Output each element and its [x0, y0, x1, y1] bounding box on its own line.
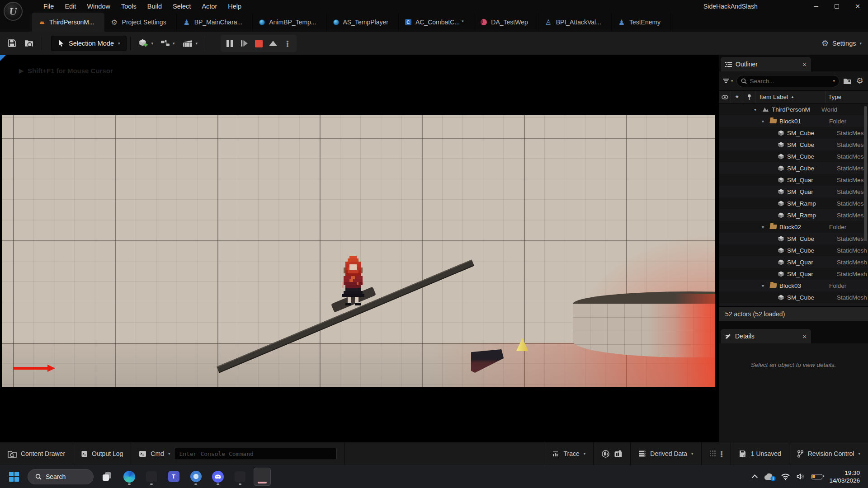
asset-tab[interactable]: AC_CombatC... * [399, 13, 474, 32]
active-window-button[interactable] [254, 468, 271, 486]
cinematics-button[interactable]: ▾ [179, 35, 202, 52]
menu-item[interactable]: Actor [196, 0, 222, 12]
outliner-row[interactable]: ▾ SM_Quar StaticMesh [719, 186, 868, 197]
pinned-app-button[interactable] [143, 468, 160, 486]
details-tab[interactable]: Details × [721, 329, 811, 343]
asset-tab[interactable]: TestEnemy [612, 13, 671, 32]
frame-skip-button[interactable] [238, 37, 250, 50]
browse-content-button[interactable] [20, 35, 38, 52]
filter-button[interactable]: ▾ [722, 78, 733, 84]
pin-column-header[interactable] [743, 91, 755, 103]
outliner-row[interactable]: ▾ SM_Quar StaticMesh [719, 174, 868, 186]
search-input[interactable] [750, 78, 830, 84]
outliner-row[interactable]: ▾ SM_Cube StaticMesh [719, 127, 868, 139]
visibility-column-header[interactable] [719, 91, 731, 103]
derived-data-dropdown[interactable]: Derived Data ▾ [630, 442, 701, 465]
menu-item[interactable]: Build [142, 0, 167, 12]
outliner-row[interactable]: ▾ Block02 Folder [719, 221, 868, 233]
wifi-icon [781, 474, 790, 480]
menu-item[interactable]: Select [167, 0, 196, 12]
session-record-icon[interactable] [601, 450, 610, 458]
console-command-input[interactable] [174, 448, 337, 460]
discord-button[interactable] [209, 468, 226, 486]
menu-item[interactable]: Edit [59, 0, 81, 12]
outliner-row[interactable]: ▾ Block01 Folder [719, 115, 868, 127]
maximize-button[interactable] [826, 0, 847, 13]
asset-tab[interactable]: BP_MainChara... [177, 13, 253, 32]
asset-tab[interactable]: BPI_AttackVal... [538, 13, 612, 32]
outliner-row[interactable]: ▾ SM_Cube StaticMesh [719, 139, 868, 150]
taskbar-clock[interactable]: 19:30 14/03/2026 [829, 469, 860, 484]
outliner-row[interactable]: ▾ Block03 Folder [719, 280, 868, 291]
save-button[interactable] [4, 35, 20, 52]
outliner-row[interactable]: ▾ SM_Cube StaticMesh [719, 233, 868, 244]
asset-tab[interactable]: Project Settings [104, 13, 177, 32]
task-view-button[interactable] [99, 468, 116, 486]
outliner-row[interactable]: ▾ SM_Cube StaticMesh [719, 291, 868, 303]
search-options-chevron-icon[interactable]: ▾ [833, 79, 835, 83]
edge-browser-button[interactable] [121, 468, 138, 486]
favorite-column-header[interactable]: * [731, 91, 743, 103]
outliner-settings-button[interactable]: ⚙ [855, 75, 864, 86]
stop-button[interactable] [252, 37, 265, 50]
browser-ring-app-button[interactable] [187, 468, 204, 486]
tray-overflow-chevron-icon[interactable] [752, 474, 758, 480]
screenshot-camera-icon[interactable] [614, 450, 623, 458]
pause-button[interactable] [223, 37, 236, 50]
outliner-row[interactable]: ▾ SM_Quar StaticMesh [719, 256, 868, 268]
outliner-tab[interactable]: Outliner × [721, 57, 811, 71]
pinned-app-button[interactable] [231, 468, 249, 486]
outliner-row[interactable]: ▾ SM_Quar StaticMesh [719, 268, 868, 280]
menu-item[interactable]: File [38, 0, 59, 12]
content-drawer-button[interactable]: Content Drawer [0, 442, 73, 465]
outliner-row[interactable]: ▾ SM_Cube StaticMesh [719, 150, 868, 162]
start-button[interactable] [5, 468, 23, 486]
playback-options-button[interactable]: ••• [281, 37, 294, 50]
outliner-row[interactable]: ▾ SM_Ramp StaticMesh [719, 197, 868, 209]
unsaved-button[interactable]: 1 Unsaved [731, 442, 789, 465]
blueprints-button[interactable]: ▾ [157, 35, 179, 52]
add-actor-button[interactable]: ▾ [134, 35, 157, 52]
revision-control-dropdown[interactable]: Revision Control ▾ [789, 442, 868, 465]
cmd-dropdown[interactable]: Cmd ▾ [131, 442, 345, 465]
level-viewport[interactable]: Shift+F1 for Mouse Cursor [0, 55, 717, 442]
output-log-button[interactable]: Output Log [73, 442, 131, 465]
new-folder-button[interactable] [843, 75, 852, 86]
asset-tab[interactable]: AS_TempPlayer [327, 13, 399, 32]
expand-arrow-icon[interactable]: ▾ [762, 283, 769, 288]
close-icon[interactable]: × [802, 333, 807, 340]
battery-icon[interactable] [811, 474, 822, 479]
asset-tab[interactable]: AnimBP_Temp... [253, 13, 326, 32]
eject-button[interactable] [267, 37, 279, 50]
viewport-settings-dropdown[interactable]: ⚙ Settings ▾ [821, 35, 862, 52]
teams-button[interactable]: T [165, 468, 182, 486]
selection-mode-dropdown[interactable]: Selection Mode ▾ [51, 36, 127, 51]
vertical-dots-icon[interactable]: ••• [721, 450, 723, 457]
trace-dropdown[interactable]: Trace ▾ [544, 442, 594, 465]
asset-tab[interactable]: DA_TestWep [474, 13, 538, 32]
expand-arrow-icon[interactable]: ▾ [762, 119, 769, 124]
outliner-scrollbar[interactable] [864, 106, 867, 241]
close-button[interactable]: × [847, 0, 868, 13]
outliner-row[interactable]: ▾ SM_Cube StaticMesh [719, 244, 868, 256]
outliner-row[interactable]: ▾ SM_Ramp StaticMesh [719, 209, 868, 221]
menu-item[interactable]: Window [81, 0, 116, 12]
asset-tab[interactable]: ThirdPersonM... [32, 13, 104, 32]
close-icon[interactable]: × [802, 61, 807, 68]
expand-arrow-icon[interactable]: ▾ [754, 107, 761, 112]
taskbar-search[interactable]: Search [28, 469, 94, 484]
expand-arrow-icon[interactable]: ▾ [762, 225, 769, 230]
outliner-row[interactable]: ▾ ThirdPersonM World [719, 103, 868, 115]
menu-item[interactable]: Help [222, 0, 247, 12]
outliner-search-box[interactable]: ▾ [736, 75, 840, 87]
wifi-button[interactable] [781, 474, 790, 480]
minimize-button[interactable]: ─ [806, 0, 826, 13]
static-mesh-icon [777, 271, 785, 277]
volume-button[interactable] [797, 473, 805, 480]
outliner-row[interactable]: ▾ SM_Cube StaticMesh [719, 162, 868, 174]
onedrive-button[interactable] [764, 473, 774, 480]
menu-item[interactable]: Tools [116, 0, 142, 12]
item-label-column-header[interactable]: Item Label▲ [755, 91, 826, 103]
type-column-header[interactable]: Type [826, 91, 868, 103]
outliner-row[interactable]: ▾ SM_Cube StaticMesh [719, 303, 868, 306]
